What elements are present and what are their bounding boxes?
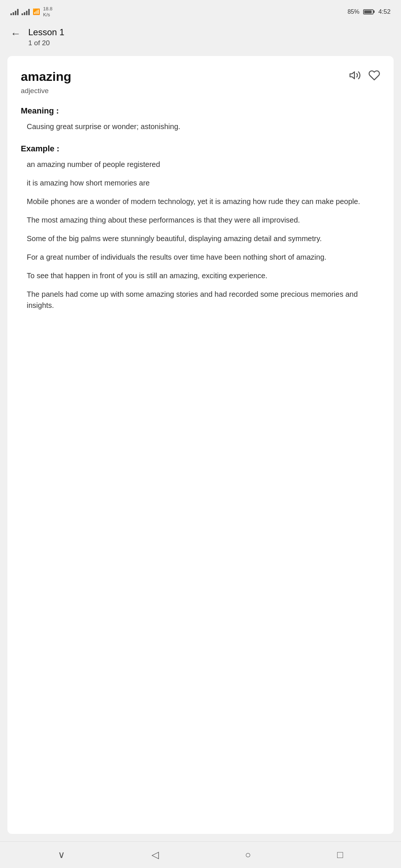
- svg-marker-0: [350, 72, 355, 79]
- status-left: 📶 18.8 K/s: [10, 6, 52, 17]
- data-speed: 18.8 K/s: [43, 6, 52, 17]
- example-item: an amazing number of people registered: [27, 159, 380, 170]
- example-item: The most amazing thing about these perfo…: [27, 214, 380, 226]
- part-of-speech: adjective: [21, 87, 380, 95]
- example-item: To see that happen in front of you is st…: [27, 270, 380, 281]
- bottom-nav: ∨ ◁ ○ □: [0, 841, 401, 868]
- meaning-text: Causing great surprise or wonder; astoni…: [21, 121, 380, 132]
- signal-bars-2: [22, 9, 30, 15]
- example-item: The panels had come up with some amazing…: [27, 289, 380, 311]
- word-header: amazing: [21, 69, 380, 84]
- status-right: 85% 4:52: [348, 8, 391, 16]
- home-icon[interactable]: ○: [245, 849, 251, 861]
- meaning-label: Meaning :: [21, 106, 380, 116]
- example-item: it is amazing how short memories are: [27, 177, 380, 188]
- recents-icon[interactable]: □: [337, 849, 343, 861]
- example-item: Some of the big palms were stunningly be…: [27, 233, 380, 244]
- header-title-group: Lesson 1 1 of 20: [28, 27, 64, 47]
- clock: 4:52: [378, 8, 391, 16]
- chevron-down-icon[interactable]: ∨: [58, 849, 65, 861]
- content-card: amazing adjective Meaning : Causing grea…: [7, 56, 394, 834]
- back-button[interactable]: ←: [10, 28, 21, 40]
- favorite-icon[interactable]: [368, 69, 380, 84]
- back-nav-icon[interactable]: ◁: [151, 849, 159, 861]
- lesson-title: Lesson 1: [28, 27, 64, 37]
- example-label: Example :: [21, 144, 380, 154]
- battery-percentage: 85%: [348, 9, 359, 15]
- word: amazing: [21, 69, 71, 84]
- battery-icon: [363, 9, 375, 14]
- signal-bars-1: [10, 9, 19, 15]
- example-item: For a great number of individuals the re…: [27, 251, 380, 263]
- header: ← Lesson 1 1 of 20: [0, 21, 401, 56]
- examples-list: an amazing number of people registered i…: [21, 159, 380, 311]
- word-icons: [349, 69, 380, 84]
- speaker-icon[interactable]: [349, 69, 361, 84]
- wifi-icon: 📶: [33, 8, 40, 15]
- lesson-progress: 1 of 20: [28, 39, 64, 47]
- status-bar: 📶 18.8 K/s 85% 4:52: [0, 0, 401, 21]
- example-item: Mobile phones are a wonder of modern tec…: [27, 196, 380, 207]
